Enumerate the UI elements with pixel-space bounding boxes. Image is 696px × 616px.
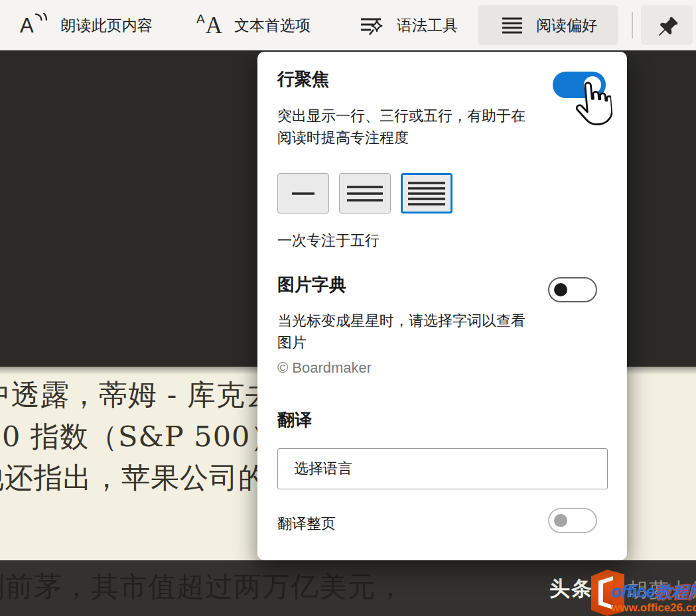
line-focus-title: 行聚焦 [277,68,329,91]
one-line-icon [285,180,322,207]
grammar-tools-button[interactable]: 语法工具 [356,0,458,50]
text-preferences-button[interactable]: A A 文本首选项 [196,0,311,50]
text-preferences-icon: A A [196,14,222,37]
line-focus-description: 突出显示一行、三行或五行，有助于在阅读时提高专注程度 [277,105,528,149]
toggle-knob [554,514,567,527]
language-select[interactable]: 选择语言 [277,448,608,489]
picture-dictionary-toggle[interactable] [548,277,597,302]
translate-title: 翻译 [277,408,312,432]
text-preferences-label: 文本首选项 [234,15,311,36]
language-select-value: 选择语言 [294,459,352,479]
five-line-focus-button[interactable] [401,173,452,214]
pin-icon [653,11,681,39]
reading-preferences-icon [499,12,525,38]
picture-dictionary-title: 图片字典 [277,273,346,296]
three-line-icon [346,180,383,207]
one-line-focus-button[interactable] [277,173,329,214]
reading-preferences-button[interactable]: 阅读偏好 [478,5,618,45]
picture-dictionary-description: 当光标变成星星时，请选择字词以查看图片 [277,310,528,353]
grammar-tools-label: 语法工具 [397,15,458,36]
translate-page-label: 翻译整页 [277,514,336,534]
watermark-site-cn: 教程网 [655,582,696,601]
reading-preferences-panel: 行聚焦 突出显示一行、三行或五行，有助于在阅读时提高专注程度 [257,52,627,560]
immersive-reader-toolbar: A 朗读此页内容 A A 文本首选项 语法工具 [0,0,696,50]
site-watermark: office教程网 www.office26.com [611,584,696,613]
watermark-site-latin: office [611,582,655,601]
boardmaker-credit: © Boardmaker [277,359,372,377]
read-aloud-button[interactable]: A 朗读此页内容 [20,0,153,50]
read-aloud-label: 朗读此页内容 [61,15,153,36]
article-line-dimmed: 名列前茅，其市值超过两万亿美元， [0,568,405,605]
watermark-url: www.office26.com [611,602,696,613]
dimmed-text-band: 名列前茅，其市值超过两万亿美元， 头条 胡萝卜周 office教程网 www.o… [0,560,696,616]
toolbar-divider [632,12,633,38]
line-focus-options [277,173,452,214]
line-focus-hint: 一次专注于五行 [277,231,380,251]
grammar-tools-icon [356,11,385,40]
translate-page-toggle[interactable] [548,508,597,533]
toggle-knob [554,283,567,296]
five-line-icon [407,180,446,208]
hand-cursor [573,80,614,132]
three-line-focus-button[interactable] [339,173,391,214]
read-aloud-icon: A [20,15,49,36]
reading-preferences-label: 阅读偏好 [536,15,597,36]
pin-toolbar-button[interactable] [641,5,693,45]
